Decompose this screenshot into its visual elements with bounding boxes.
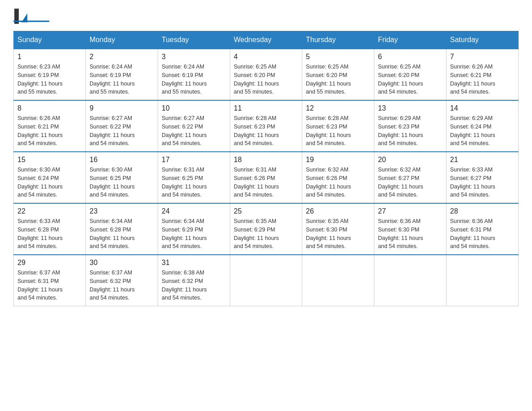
day-number: 17 — [162, 156, 226, 164]
day-info: Sunrise: 6:36 AMSunset: 6:31 PMDaylight:… — [450, 217, 515, 251]
day-info: Sunrise: 6:28 AMSunset: 6:23 PMDaylight:… — [306, 114, 370, 148]
day-number: 31 — [162, 259, 226, 267]
day-number: 24 — [162, 207, 226, 215]
day-number: 30 — [90, 259, 154, 267]
day-info: Sunrise: 6:24 AMSunset: 6:19 PMDaylight:… — [162, 63, 226, 96]
day-info: Sunrise: 6:33 AMSunset: 6:28 PMDaylight:… — [17, 217, 82, 251]
day-number: 18 — [234, 156, 298, 164]
day-cell-3: 3Sunrise: 6:24 AMSunset: 6:19 PMDaylight… — [158, 49, 230, 100]
day-info: Sunrise: 6:38 AMSunset: 6:32 PMDaylight:… — [162, 269, 226, 302]
day-number: 5 — [306, 53, 370, 61]
day-info: Sunrise: 6:29 AMSunset: 6:24 PMDaylight:… — [450, 114, 515, 148]
header-monday: Monday — [86, 31, 158, 49]
day-cell-9: 9Sunrise: 6:27 AMSunset: 6:22 PMDaylight… — [86, 100, 158, 152]
day-number: 3 — [162, 53, 226, 61]
day-number: 28 — [450, 207, 515, 215]
day-cell-21: 21Sunrise: 6:33 AMSunset: 6:27 PMDayligh… — [446, 152, 519, 203]
empty-cell — [374, 255, 446, 306]
day-info: Sunrise: 6:31 AMSunset: 6:25 PMDaylight:… — [162, 166, 226, 199]
header-thursday: Thursday — [302, 31, 374, 49]
day-info: Sunrise: 6:26 AMSunset: 6:21 PMDaylight:… — [450, 63, 515, 96]
day-cell-29: 29Sunrise: 6:37 AMSunset: 6:31 PMDayligh… — [14, 255, 86, 306]
day-number: 13 — [378, 104, 442, 112]
day-info: Sunrise: 6:26 AMSunset: 6:21 PMDaylight:… — [17, 114, 82, 148]
day-cell-28: 28Sunrise: 6:36 AMSunset: 6:31 PMDayligh… — [446, 203, 519, 255]
day-info: Sunrise: 6:27 AMSunset: 6:22 PMDaylight:… — [90, 114, 154, 148]
day-number: 7 — [450, 53, 515, 61]
day-cell-4: 4Sunrise: 6:25 AMSunset: 6:20 PMDaylight… — [230, 49, 302, 100]
day-info: Sunrise: 6:30 AMSunset: 6:25 PMDaylight:… — [90, 166, 154, 199]
day-cell-30: 30Sunrise: 6:37 AMSunset: 6:32 PMDayligh… — [86, 255, 158, 306]
day-info: Sunrise: 6:31 AMSunset: 6:26 PMDaylight:… — [234, 166, 298, 199]
day-info: Sunrise: 6:27 AMSunset: 6:22 PMDaylight:… — [162, 114, 226, 148]
day-info: Sunrise: 6:34 AMSunset: 6:28 PMDaylight:… — [90, 217, 154, 251]
empty-cell — [302, 255, 374, 306]
day-number: 15 — [17, 156, 82, 164]
day-number: 27 — [378, 207, 442, 215]
day-cell-18: 18Sunrise: 6:31 AMSunset: 6:26 PMDayligh… — [230, 152, 302, 203]
day-info: Sunrise: 6:25 AMSunset: 6:20 PMDaylight:… — [306, 63, 370, 96]
day-info: Sunrise: 6:32 AMSunset: 6:27 PMDaylight:… — [378, 166, 442, 199]
day-info: Sunrise: 6:29 AMSunset: 6:23 PMDaylight:… — [378, 114, 442, 148]
day-cell-2: 2Sunrise: 6:24 AMSunset: 6:19 PMDaylight… — [86, 49, 158, 100]
day-cell-26: 26Sunrise: 6:35 AMSunset: 6:30 PMDayligh… — [302, 203, 374, 255]
day-number: 26 — [306, 207, 370, 215]
day-info: Sunrise: 6:35 AMSunset: 6:29 PMDaylight:… — [234, 217, 298, 251]
day-cell-25: 25Sunrise: 6:35 AMSunset: 6:29 PMDayligh… — [230, 203, 302, 255]
week-row-5: 29Sunrise: 6:37 AMSunset: 6:31 PMDayligh… — [14, 255, 519, 306]
day-info: Sunrise: 6:33 AMSunset: 6:27 PMDaylight:… — [450, 166, 515, 199]
day-number: 10 — [162, 104, 226, 112]
day-number: 16 — [90, 156, 154, 164]
day-cell-6: 6Sunrise: 6:25 AMSunset: 6:20 PMDaylight… — [374, 49, 446, 100]
day-number: 19 — [306, 156, 370, 164]
day-number: 25 — [234, 207, 298, 215]
logo: ▌ — [13, 9, 49, 22]
day-cell-16: 16Sunrise: 6:30 AMSunset: 6:25 PMDayligh… — [86, 152, 158, 203]
day-cell-12: 12Sunrise: 6:28 AMSunset: 6:23 PMDayligh… — [302, 100, 374, 152]
day-info: Sunrise: 6:34 AMSunset: 6:29 PMDaylight:… — [162, 217, 226, 251]
day-cell-11: 11Sunrise: 6:28 AMSunset: 6:23 PMDayligh… — [230, 100, 302, 152]
day-number: 22 — [17, 207, 82, 215]
day-cell-5: 5Sunrise: 6:25 AMSunset: 6:20 PMDaylight… — [302, 49, 374, 100]
page-header: ▌ — [13, 9, 519, 22]
day-cell-23: 23Sunrise: 6:34 AMSunset: 6:28 PMDayligh… — [86, 203, 158, 255]
header-wednesday: Wednesday — [230, 31, 302, 49]
day-number: 23 — [90, 207, 154, 215]
day-info: Sunrise: 6:32 AMSunset: 6:26 PMDaylight:… — [306, 166, 370, 199]
day-info: Sunrise: 6:30 AMSunset: 6:24 PMDaylight:… — [17, 166, 82, 199]
day-info: Sunrise: 6:25 AMSunset: 6:20 PMDaylight:… — [378, 63, 442, 96]
day-cell-31: 31Sunrise: 6:38 AMSunset: 6:32 PMDayligh… — [158, 255, 230, 306]
day-cell-10: 10Sunrise: 6:27 AMSunset: 6:22 PMDayligh… — [158, 100, 230, 152]
calendar-header-row: SundayMondayTuesdayWednesdayThursdayFrid… — [14, 31, 519, 49]
header-saturday: Saturday — [446, 31, 519, 49]
calendar-table: SundayMondayTuesdayWednesdayThursdayFrid… — [13, 31, 519, 306]
day-cell-27: 27Sunrise: 6:36 AMSunset: 6:30 PMDayligh… — [374, 203, 446, 255]
day-cell-17: 17Sunrise: 6:31 AMSunset: 6:25 PMDayligh… — [158, 152, 230, 203]
day-cell-15: 15Sunrise: 6:30 AMSunset: 6:24 PMDayligh… — [14, 152, 86, 203]
header-friday: Friday — [374, 31, 446, 49]
logo-underline — [13, 21, 49, 22]
week-row-2: 8Sunrise: 6:26 AMSunset: 6:21 PMDaylight… — [14, 100, 519, 152]
week-row-4: 22Sunrise: 6:33 AMSunset: 6:28 PMDayligh… — [14, 203, 519, 255]
day-number: 12 — [306, 104, 370, 112]
day-number: 9 — [90, 104, 154, 112]
day-info: Sunrise: 6:24 AMSunset: 6:19 PMDaylight:… — [90, 63, 154, 96]
day-number: 21 — [450, 156, 515, 164]
day-info: Sunrise: 6:35 AMSunset: 6:30 PMDaylight:… — [306, 217, 370, 251]
empty-cell — [446, 255, 519, 306]
day-number: 14 — [450, 104, 515, 112]
day-info: Sunrise: 6:23 AMSunset: 6:19 PMDaylight:… — [17, 63, 82, 96]
day-info: Sunrise: 6:25 AMSunset: 6:20 PMDaylight:… — [234, 63, 298, 96]
day-cell-19: 19Sunrise: 6:32 AMSunset: 6:26 PMDayligh… — [302, 152, 374, 203]
day-number: 8 — [17, 104, 82, 112]
day-number: 1 — [17, 53, 82, 61]
day-info: Sunrise: 6:37 AMSunset: 6:32 PMDaylight:… — [90, 269, 154, 302]
day-info: Sunrise: 6:36 AMSunset: 6:30 PMDaylight:… — [378, 217, 442, 251]
day-number: 20 — [378, 156, 442, 164]
week-row-1: 1Sunrise: 6:23 AMSunset: 6:19 PMDaylight… — [14, 49, 519, 100]
day-info: Sunrise: 6:28 AMSunset: 6:23 PMDaylight:… — [234, 114, 298, 148]
day-cell-7: 7Sunrise: 6:26 AMSunset: 6:21 PMDaylight… — [446, 49, 519, 100]
day-cell-8: 8Sunrise: 6:26 AMSunset: 6:21 PMDaylight… — [14, 100, 86, 152]
day-cell-22: 22Sunrise: 6:33 AMSunset: 6:28 PMDayligh… — [14, 203, 86, 255]
day-info: Sunrise: 6:37 AMSunset: 6:31 PMDaylight:… — [17, 269, 82, 302]
